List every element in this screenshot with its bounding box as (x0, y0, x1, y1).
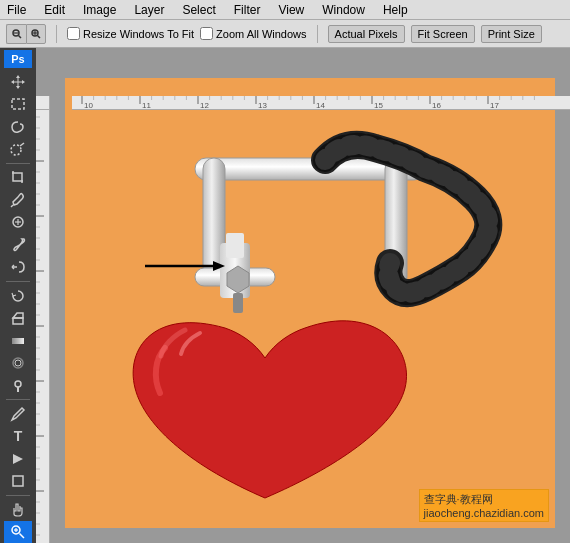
svg-text:12: 12 (200, 101, 209, 110)
tool-blur[interactable] (4, 352, 32, 373)
zoom-in-btn[interactable] (26, 24, 46, 44)
resize-windows-checkbox-group[interactable]: Resize Windows To Fit (67, 27, 194, 40)
svg-rect-17 (13, 318, 23, 324)
print-size-btn[interactable]: Print Size (481, 25, 542, 43)
svg-line-10 (11, 205, 13, 207)
main-area: Ps (0, 48, 570, 543)
tool-quick-select[interactable] (4, 138, 32, 159)
canvas-area: /* ticks drawn below */ 1011121314151617 (36, 48, 570, 543)
svg-line-9 (20, 143, 24, 146)
svg-text:16: 16 (432, 101, 441, 110)
watermark-line1: 查字典·教程网 (424, 492, 544, 507)
svg-text:10: 10 (84, 101, 93, 110)
resize-windows-checkbox[interactable] (67, 27, 80, 40)
svg-line-26 (20, 534, 25, 539)
canvas-container[interactable]: 查字典·教程网 jiaocheng.chazidian.com (50, 62, 570, 543)
ruler-vertical (36, 96, 50, 543)
menu-edit[interactable]: Edit (41, 2, 68, 18)
tool-crop[interactable] (4, 167, 32, 188)
menu-window[interactable]: Window (319, 2, 368, 18)
tool-separator-1 (6, 163, 30, 164)
menu-filter[interactable]: Filter (231, 2, 264, 18)
tool-eyedropper[interactable] (4, 189, 32, 210)
ps-logo: Ps (4, 50, 32, 68)
svg-rect-7 (12, 99, 24, 109)
svg-rect-132 (233, 293, 243, 313)
svg-rect-130 (226, 233, 244, 258)
watermark-line2: jiaocheng.chazidian.com (424, 507, 544, 519)
tool-marquee-rect[interactable] (4, 93, 32, 114)
tool-separator-3 (6, 399, 30, 400)
tool-zoom[interactable] (4, 521, 32, 542)
svg-line-1 (18, 35, 21, 38)
svg-text:14: 14 (316, 101, 325, 110)
menu-help[interactable]: Help (380, 2, 411, 18)
svg-rect-19 (12, 338, 24, 344)
separator-1 (56, 25, 57, 43)
tool-lasso[interactable] (4, 116, 32, 137)
tool-type[interactable]: T (4, 426, 32, 447)
zoom-out-btn[interactable] (6, 24, 26, 44)
tool-pen[interactable] (4, 403, 32, 424)
toolbar: Ps (0, 48, 36, 543)
menu-image[interactable]: Image (80, 2, 119, 18)
svg-point-8 (11, 145, 21, 155)
svg-rect-24 (13, 476, 23, 486)
resize-windows-label: Resize Windows To Fit (83, 28, 194, 40)
menu-layer[interactable]: Layer (131, 2, 167, 18)
tool-dodge[interactable] (4, 375, 32, 396)
svg-point-21 (15, 360, 21, 366)
svg-text:13: 13 (258, 101, 267, 110)
menu-select[interactable]: Select (179, 2, 218, 18)
svg-text:15: 15 (374, 101, 383, 110)
menu-file[interactable]: File (4, 2, 29, 18)
menu-view[interactable]: View (275, 2, 307, 18)
zoom-all-windows-label: Zoom All Windows (216, 28, 306, 40)
svg-rect-78 (36, 96, 50, 543)
zoom-all-windows-checkbox[interactable] (200, 27, 213, 40)
tool-separator-4 (6, 495, 30, 496)
photoshop-canvas[interactable]: 查字典·教程网 jiaocheng.chazidian.com (65, 78, 555, 528)
tool-gradient[interactable] (4, 330, 32, 351)
tool-healing[interactable] (4, 212, 32, 233)
watermark: 查字典·教程网 jiaocheng.chazidian.com (419, 489, 549, 522)
fit-screen-btn[interactable]: Fit Screen (411, 25, 475, 43)
type-icon-T: T (14, 428, 23, 444)
tool-path-select[interactable] (4, 448, 32, 469)
svg-text:17: 17 (490, 101, 499, 110)
svg-line-4 (38, 35, 41, 38)
svg-text:11: 11 (142, 101, 151, 110)
svg-marker-18 (13, 313, 23, 318)
actual-pixels-btn[interactable]: Actual Pixels (328, 25, 405, 43)
zoom-all-windows-checkbox-group[interactable]: Zoom All Windows (200, 27, 306, 40)
tool-brush[interactable] (4, 234, 32, 255)
tool-separator-2 (6, 281, 30, 282)
tool-eraser[interactable] (4, 307, 32, 328)
ruler-corner (36, 96, 50, 110)
zoom-btn-group (6, 24, 46, 44)
svg-point-22 (15, 381, 21, 387)
ruler-horizontal: /* ticks drawn below */ 1011121314151617 (72, 96, 570, 110)
tool-history[interactable] (4, 285, 32, 306)
tool-hand[interactable] (4, 499, 32, 520)
tool-shape[interactable] (4, 471, 32, 492)
tool-move[interactable] (4, 71, 32, 92)
canvas-image (65, 78, 555, 528)
options-bar: Resize Windows To Fit Zoom All Windows A… (0, 20, 570, 48)
menu-bar: File Edit Image Layer Select Filter View… (0, 0, 570, 20)
tool-clone[interactable] (4, 257, 32, 278)
separator-2 (317, 25, 318, 43)
